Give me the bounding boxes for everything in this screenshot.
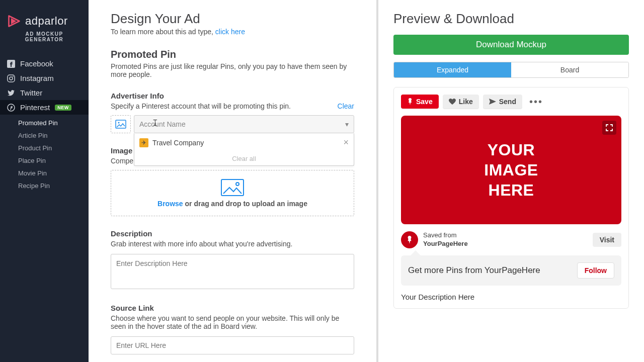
subnav-promoted-pin[interactable]: Promoted Pin xyxy=(18,117,89,129)
new-badge: NEW xyxy=(55,105,71,111)
account-dropdown: ✈ Travel Company × Clear all xyxy=(134,133,354,166)
svg-rect-3 xyxy=(8,75,15,82)
upload-text: Browse or drag and drop to upload an ima… xyxy=(157,200,307,208)
nav-facebook[interactable]: Facebook xyxy=(0,56,89,71)
learn-more: To learn more about this ad type, click … xyxy=(111,28,354,36)
svg-point-4 xyxy=(10,77,13,80)
description-heading: Description xyxy=(111,229,354,238)
source-heading: Source Link xyxy=(111,304,354,312)
expand-icon[interactable] xyxy=(602,121,616,135)
account-image-upload[interactable] xyxy=(111,115,131,133)
svg-point-10 xyxy=(236,183,239,186)
nav-pinterest[interactable]: Pinterest NEW xyxy=(0,100,89,115)
get-more-text: Get more Pins from YourPageHere xyxy=(408,265,540,276)
select-placeholder: Account Name xyxy=(139,120,186,128)
sidebar: adparlor AD MOCKUP GENERATOR Facebook In… xyxy=(0,0,89,362)
view-board-tab[interactable]: Board xyxy=(511,62,628,77)
account-option-travel[interactable]: ✈ Travel Company × xyxy=(134,133,354,152)
page-name: YourPageHere xyxy=(423,240,468,247)
airplane-icon: ✈ xyxy=(139,138,148,147)
brand-subtitle: AD MOCKUP GENERATOR xyxy=(7,31,82,42)
advertiser-heading: Advertiser Info xyxy=(111,92,164,100)
view-expanded-tab[interactable]: Expanded xyxy=(394,62,511,77)
nav-label: Pinterest xyxy=(20,103,50,112)
image-icon xyxy=(115,120,126,129)
preview-title: Preview & Download xyxy=(393,11,629,27)
image-placeholder-icon xyxy=(220,178,245,197)
svg-point-8 xyxy=(118,122,120,124)
description-input[interactable] xyxy=(111,254,354,289)
save-button[interactable]: Save xyxy=(401,95,439,109)
form-panel: Design Your Ad To learn more about this … xyxy=(89,0,378,362)
saved-from-text: Saved from YourPageHere xyxy=(423,231,468,248)
nav-instagram[interactable]: Instagram xyxy=(0,71,89,85)
pinterest-icon xyxy=(7,104,15,112)
subnav-movie-pin[interactable]: Movie Pin xyxy=(18,167,89,179)
learn-more-link[interactable]: click here xyxy=(215,28,245,36)
play-logo-icon xyxy=(7,14,21,28)
facebook-icon xyxy=(7,60,15,68)
subnav-article-pin[interactable]: Article Pin xyxy=(18,129,89,142)
source-url-input[interactable] xyxy=(111,336,354,354)
avatar xyxy=(401,231,418,248)
nav-label: Facebook xyxy=(20,59,53,68)
download-mockup-button[interactable]: Download Mockup xyxy=(393,35,629,55)
preview-image-placeholder: YOUR IMAGE HERE xyxy=(484,140,538,200)
page-title: Design Your Ad xyxy=(111,11,354,27)
pin-icon xyxy=(407,98,413,105)
brand-name: adparlor xyxy=(25,15,68,28)
twitter-icon xyxy=(7,89,15,97)
heart-icon xyxy=(449,99,456,105)
promoted-pin-desc: Promoted Pins are just like regular Pins… xyxy=(111,62,347,78)
visit-button[interactable]: Visit xyxy=(593,233,621,247)
saved-from-row: Saved from YourPageHere Visit xyxy=(401,231,621,248)
browse-link[interactable]: Browse xyxy=(157,200,183,208)
description-hint: Grab interest with more info about what … xyxy=(111,240,354,248)
nav-label: Twitter xyxy=(20,88,42,97)
promoted-pin-heading: Promoted Pin xyxy=(111,49,354,60)
svg-rect-9 xyxy=(221,179,244,196)
preview-image: YOUR IMAGE HERE xyxy=(401,116,621,224)
view-toggle: Expanded Board xyxy=(393,62,629,78)
nav-label: Instagram xyxy=(20,74,54,82)
follow-button[interactable]: Follow xyxy=(577,262,614,279)
svg-point-5 xyxy=(13,76,14,77)
get-more-pins-row: Get more Pins from YourPageHere Follow xyxy=(401,255,621,286)
image-upload-dropzone[interactable]: Browse or drag and drop to upload an ima… xyxy=(111,170,354,216)
preview-panel: Preview & Download Download Mockup Expan… xyxy=(378,0,644,362)
source-hint: Choose where you want to send people on … xyxy=(111,314,354,330)
like-button[interactable]: Like xyxy=(443,95,479,109)
preview-card: Save Like Send ••• YOUR IMAGE HERE xyxy=(393,87,629,309)
chevron-down-icon: ▾ xyxy=(345,120,349,128)
send-button[interactable]: Send xyxy=(483,95,522,109)
pin-action-bar: Save Like Send ••• xyxy=(401,95,621,109)
primary-nav: Facebook Instagram Twitter Pinterest NEW… xyxy=(0,56,89,194)
send-icon xyxy=(489,99,496,105)
remove-option-icon[interactable]: × xyxy=(343,137,349,148)
subnav-recipe-pin[interactable]: Recipe Pin xyxy=(18,179,89,192)
subnav-place-pin[interactable]: Place Pin xyxy=(18,154,89,167)
dropdown-clear-all[interactable]: Clear all xyxy=(134,152,354,165)
pinterest-subnav: Promoted Pin Article Pin Product Pin Pla… xyxy=(0,115,89,194)
brand-logo: adparlor AD MOCKUP GENERATOR xyxy=(0,9,89,45)
advertiser-clear-link[interactable]: Clear xyxy=(338,102,354,110)
subnav-product-pin[interactable]: Product Pin xyxy=(18,142,89,154)
more-menu-icon[interactable]: ••• xyxy=(526,96,546,108)
nav-twitter[interactable]: Twitter xyxy=(0,85,89,100)
instagram-icon xyxy=(7,74,15,82)
account-name-select[interactable]: Account Name 𝙸 ▾ xyxy=(134,115,354,133)
account-option-label: Travel Company xyxy=(152,139,204,147)
preview-description: Your Description Here xyxy=(401,293,621,301)
advertiser-hint: Specify a Pinterest account that will be… xyxy=(111,102,291,110)
